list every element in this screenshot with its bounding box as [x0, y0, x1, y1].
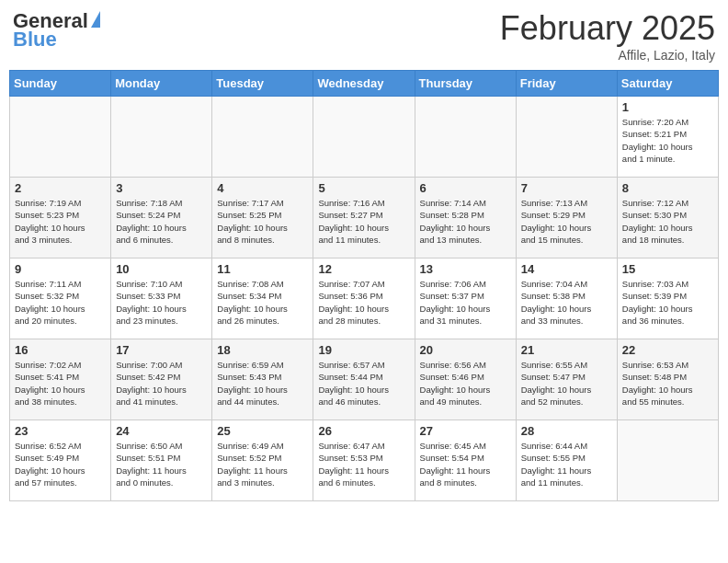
day-number: 22: [622, 343, 713, 357]
calendar-week-row: 9Sunrise: 7:11 AM Sunset: 5:32 PM Daylig…: [10, 259, 719, 339]
calendar-cell: 15Sunrise: 7:03 AM Sunset: 5:39 PM Dayli…: [617, 259, 718, 339]
day-info: Sunrise: 6:59 AM Sunset: 5:43 PM Dayligh…: [217, 359, 308, 408]
day-info: Sunrise: 7:18 AM Sunset: 5:24 PM Dayligh…: [116, 197, 207, 246]
day-info: Sunrise: 6:57 AM Sunset: 5:44 PM Dayligh…: [318, 359, 409, 408]
calendar-cell: 25Sunrise: 6:49 AM Sunset: 5:52 PM Dayli…: [212, 420, 313, 501]
day-info: Sunrise: 6:47 AM Sunset: 5:53 PM Dayligh…: [318, 440, 409, 488]
calendar-cell: 10Sunrise: 7:10 AM Sunset: 5:33 PM Dayli…: [111, 259, 212, 339]
day-number: 8: [622, 181, 713, 195]
calendar-cell: 22Sunrise: 6:53 AM Sunset: 5:48 PM Dayli…: [617, 339, 718, 420]
day-number: 28: [521, 424, 612, 438]
calendar-cell: 11Sunrise: 7:08 AM Sunset: 5:34 PM Dayli…: [212, 259, 313, 339]
day-number: 11: [217, 262, 308, 276]
calendar-cell: 2Sunrise: 7:19 AM Sunset: 5:23 PM Daylig…: [10, 178, 111, 259]
day-info: Sunrise: 6:50 AM Sunset: 5:51 PM Dayligh…: [116, 440, 207, 488]
day-number: 6: [420, 181, 511, 195]
day-info: Sunrise: 6:53 AM Sunset: 5:48 PM Dayligh…: [622, 359, 713, 408]
location-subtitle: Affile, Lazio, Italy: [500, 48, 715, 63]
calendar-cell: 24Sunrise: 6:50 AM Sunset: 5:51 PM Dayli…: [111, 420, 212, 501]
day-info: Sunrise: 7:17 AM Sunset: 5:25 PM Dayligh…: [217, 197, 308, 246]
calendar-cell: 23Sunrise: 6:52 AM Sunset: 5:49 PM Dayli…: [10, 420, 111, 501]
calendar-cell: [10, 97, 111, 178]
calendar-cell: 26Sunrise: 6:47 AM Sunset: 5:53 PM Dayli…: [313, 420, 415, 501]
calendar-cell: 3Sunrise: 7:18 AM Sunset: 5:24 PM Daylig…: [111, 178, 212, 259]
day-info: Sunrise: 6:44 AM Sunset: 5:55 PM Dayligh…: [521, 440, 612, 488]
calendar-cell: 21Sunrise: 6:55 AM Sunset: 5:47 PM Dayli…: [516, 339, 617, 420]
calendar-cell: [516, 97, 617, 178]
calendar-cell: 27Sunrise: 6:45 AM Sunset: 5:54 PM Dayli…: [415, 420, 516, 501]
calendar-week-row: 23Sunrise: 6:52 AM Sunset: 5:49 PM Dayli…: [10, 420, 719, 501]
day-info: Sunrise: 7:13 AM Sunset: 5:29 PM Dayligh…: [521, 197, 612, 246]
day-number: 13: [420, 262, 511, 276]
calendar-cell: [212, 97, 313, 178]
day-info: Sunrise: 7:04 AM Sunset: 5:38 PM Dayligh…: [521, 278, 612, 327]
weekday-header-sunday: Sunday: [10, 71, 111, 97]
day-number: 21: [521, 343, 612, 357]
calendar-week-row: 2Sunrise: 7:19 AM Sunset: 5:23 PM Daylig…: [10, 178, 719, 259]
calendar-cell: 16Sunrise: 7:02 AM Sunset: 5:41 PM Dayli…: [10, 339, 111, 420]
day-number: 20: [420, 343, 511, 357]
day-info: Sunrise: 7:14 AM Sunset: 5:28 PM Dayligh…: [420, 197, 511, 246]
calendar-cell: 19Sunrise: 6:57 AM Sunset: 5:44 PM Dayli…: [313, 339, 415, 420]
day-number: 5: [318, 181, 409, 195]
calendar-cell: 5Sunrise: 7:16 AM Sunset: 5:27 PM Daylig…: [313, 178, 415, 259]
day-number: 27: [420, 424, 511, 438]
day-number: 26: [318, 424, 409, 438]
day-number: 2: [15, 181, 106, 195]
calendar-cell: 9Sunrise: 7:11 AM Sunset: 5:32 PM Daylig…: [10, 259, 111, 339]
weekday-header-thursday: Thursday: [415, 71, 516, 97]
day-number: 25: [217, 424, 308, 438]
day-info: Sunrise: 7:08 AM Sunset: 5:34 PM Dayligh…: [217, 278, 308, 327]
day-number: 17: [116, 343, 207, 357]
calendar-week-row: 1Sunrise: 7:20 AM Sunset: 5:21 PM Daylig…: [10, 97, 719, 178]
day-number: 12: [318, 262, 409, 276]
day-info: Sunrise: 7:00 AM Sunset: 5:42 PM Dayligh…: [116, 359, 207, 408]
logo-block: General Blue: [13, 9, 100, 52]
day-info: Sunrise: 7:07 AM Sunset: 5:36 PM Dayligh…: [318, 278, 409, 327]
calendar-cell: [111, 97, 212, 178]
day-number: 14: [521, 262, 612, 276]
calendar-cell: 18Sunrise: 6:59 AM Sunset: 5:43 PM Dayli…: [212, 339, 313, 420]
calendar-table: SundayMondayTuesdayWednesdayThursdayFrid…: [9, 70, 719, 501]
day-info: Sunrise: 7:06 AM Sunset: 5:37 PM Dayligh…: [420, 278, 511, 327]
day-number: 19: [318, 343, 409, 357]
calendar-cell: [415, 97, 516, 178]
day-info: Sunrise: 7:20 AM Sunset: 5:21 PM Dayligh…: [622, 116, 713, 165]
day-number: 3: [116, 181, 207, 195]
calendar-cell: 8Sunrise: 7:12 AM Sunset: 5:30 PM Daylig…: [617, 178, 718, 259]
day-number: 16: [15, 343, 106, 357]
calendar-cell: 12Sunrise: 7:07 AM Sunset: 5:36 PM Dayli…: [313, 259, 415, 339]
day-number: 18: [217, 343, 308, 357]
day-info: Sunrise: 6:56 AM Sunset: 5:46 PM Dayligh…: [420, 359, 511, 408]
page-header: General Blue February 2025 Affile, Lazio…: [9, 9, 719, 63]
calendar-cell: [617, 420, 718, 501]
day-info: Sunrise: 7:19 AM Sunset: 5:23 PM Dayligh…: [15, 197, 106, 246]
weekday-header-tuesday: Tuesday: [212, 71, 313, 97]
day-number: 15: [622, 262, 713, 276]
day-info: Sunrise: 6:52 AM Sunset: 5:49 PM Dayligh…: [15, 440, 106, 488]
calendar-cell: 4Sunrise: 7:17 AM Sunset: 5:25 PM Daylig…: [212, 178, 313, 259]
weekday-header-row: SundayMondayTuesdayWednesdayThursdayFrid…: [10, 71, 719, 97]
month-title: February 2025: [500, 9, 715, 48]
day-info: Sunrise: 6:55 AM Sunset: 5:47 PM Dayligh…: [521, 359, 612, 408]
weekday-header-saturday: Saturday: [617, 71, 718, 97]
calendar-week-row: 16Sunrise: 7:02 AM Sunset: 5:41 PM Dayli…: [10, 339, 719, 420]
day-number: 1: [622, 100, 713, 114]
day-info: Sunrise: 7:11 AM Sunset: 5:32 PM Dayligh…: [15, 278, 106, 327]
calendar-cell: 20Sunrise: 6:56 AM Sunset: 5:46 PM Dayli…: [415, 339, 516, 420]
day-number: 24: [116, 424, 207, 438]
day-number: 9: [15, 262, 106, 276]
calendar-cell: 7Sunrise: 7:13 AM Sunset: 5:29 PM Daylig…: [516, 178, 617, 259]
day-info: Sunrise: 7:16 AM Sunset: 5:27 PM Dayligh…: [318, 197, 409, 246]
day-info: Sunrise: 7:03 AM Sunset: 5:39 PM Dayligh…: [622, 278, 713, 327]
weekday-header-friday: Friday: [516, 71, 617, 97]
calendar-cell: 1Sunrise: 7:20 AM Sunset: 5:21 PM Daylig…: [617, 97, 718, 178]
day-number: 7: [521, 181, 612, 195]
weekday-header-monday: Monday: [111, 71, 212, 97]
day-number: 4: [217, 181, 308, 195]
logo: General Blue: [13, 9, 100, 52]
day-number: 23: [15, 424, 106, 438]
logo-blue: Blue: [13, 28, 57, 52]
logo-triangle-icon: [91, 11, 100, 28]
title-block: February 2025 Affile, Lazio, Italy: [500, 9, 715, 63]
